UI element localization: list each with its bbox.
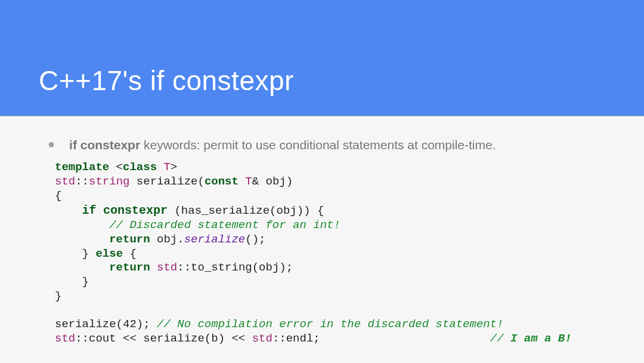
slide-content: ● if constexpr keywords: permit to use c… [0,116,644,346]
kw-const: const [205,175,239,188]
comment-no-error: // No compilation error in the discarded… [157,318,504,331]
slide-header: C++17's if constexpr [0,0,644,116]
method-serialize: serialize [184,233,246,246]
code-example: template <class T> std::string serialize… [55,161,605,346]
kw-if: if [82,204,97,217]
bullet-rest: keywords: permit to use conditional stat… [140,138,496,152]
kw-template: template [55,161,109,174]
ns-std: std [55,175,75,188]
comment-discarded: // Discarded statement for an int! [109,219,340,232]
bullet-lead: if constexpr [69,138,140,152]
type-string: string [89,175,129,188]
bullet-point: ● if constexpr keywords: permit to use c… [48,138,605,152]
kw-else: else [95,247,123,260]
slide-title: C++17's if constexpr [39,64,294,97]
comment-output: I am a B! [510,332,572,345]
kw-constexpr: constexpr [103,204,168,217]
kw-class: class [123,161,157,174]
bullet-text: if constexpr keywords: permit to use con… [69,138,496,152]
bullet-dot-icon: ● [48,137,55,151]
kw-return: return [109,233,150,246]
template-param: T [163,161,170,174]
